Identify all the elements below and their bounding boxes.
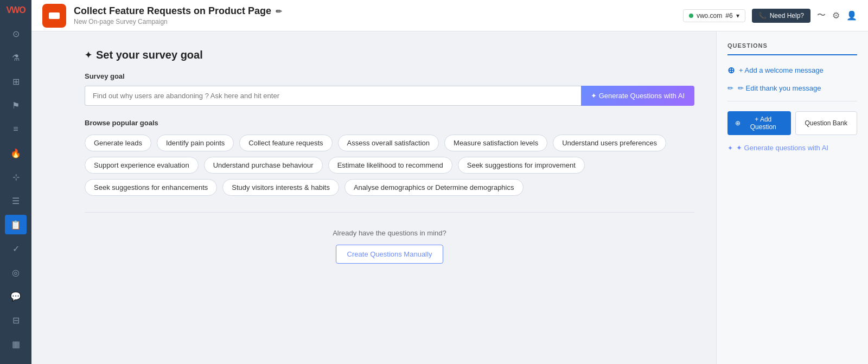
panel-divider: [727, 101, 857, 101]
goal-tag[interactable]: Understand users preferences: [553, 135, 666, 151]
page-title: ✦ Set your survey goal: [85, 49, 694, 61]
topbar-right: vwo.com #6 ▾ 📞 Need Help? 〜 ⚙ 👤: [683, 9, 857, 23]
sidebar-item-database[interactable]: ⊟: [5, 310, 27, 330]
sparkles-icon: ✦: [85, 50, 92, 60]
goal-tag[interactable]: Study visitors interests & habits: [222, 179, 339, 196]
edit-title-icon[interactable]: ✏: [276, 7, 282, 16]
sidebar: VWO ⊙ ⚗ ⊞ ⚑ ≡ 🔥 ⊹ ☰ 📋 ✓ ◎ 💬 ⊟ ▦: [0, 0, 31, 364]
questions-section-header: QUESTIONS: [727, 42, 857, 55]
sidebar-item-flag[interactable]: ⚑: [5, 95, 27, 115]
vwo-logo: VWO: [6, 5, 25, 15]
main-content: ✦ Set your survey goal Survey goal ✦ Gen…: [63, 31, 868, 364]
right-panel: QUESTIONS ⊕ + Add a welcome message ✏ ✏ …: [716, 31, 868, 364]
workspace-number: #6: [725, 12, 732, 20]
workspace-name: vwo.com: [697, 12, 722, 20]
add-welcome-message-action[interactable]: ⊕ + Add a welcome message: [727, 65, 857, 75]
goal-tag[interactable]: Assess overall satisfaction: [338, 135, 439, 151]
sidebar-item-cursor[interactable]: ⊹: [5, 167, 27, 187]
sidebar-item-target[interactable]: ◎: [5, 263, 27, 282]
pencil-icon: ✏: [727, 84, 733, 92]
sidebar-item-fire[interactable]: 🔥: [5, 143, 27, 163]
already-have-questions-text: Already have the questions in mind?: [85, 229, 694, 237]
campaign-subtitle: New On-page Survey Campaign: [74, 18, 282, 25]
goal-tag[interactable]: Seek suggestions for improvement: [458, 157, 585, 174]
sidebar-item-feedback[interactable]: 💬: [5, 286, 27, 306]
need-help-button[interactable]: 📞 Need Help?: [752, 9, 810, 23]
workspace-badge[interactable]: vwo.com #6 ▾: [683, 9, 745, 22]
create-questions-manually-button[interactable]: Create Questions Manually: [336, 245, 444, 264]
sparkles-small-icon: ✦: [727, 144, 733, 152]
survey-goal-label: Survey goal: [85, 72, 694, 80]
center-panel: ✦ Set your survey goal Survey goal ✦ Gen…: [63, 31, 716, 364]
phone-icon: 📞: [758, 12, 767, 20]
divider-section: Already have the questions in mind? Crea…: [85, 212, 694, 264]
goal-tag[interactable]: Seek suggestions for enhancements: [85, 179, 217, 196]
goal-tag[interactable]: Measure satisfaction levels: [444, 135, 547, 151]
campaign-icon: [42, 4, 66, 28]
campaign-title: Collect Feature Requests on Product Page…: [74, 5, 282, 17]
add-question-plus-icon: ⊕: [735, 119, 741, 127]
browse-popular-label: Browse popular goals: [85, 119, 694, 127]
sidebar-item-list[interactable]: ☰: [5, 191, 27, 210]
campaign-info: Collect Feature Requests on Product Page…: [74, 5, 282, 25]
sidebar-item-survey[interactable]: 📋: [5, 215, 27, 234]
sidebar-item-chart[interactable]: ▦: [5, 334, 27, 354]
goal-tag[interactable]: Analyse demographics or Determine demogr…: [344, 179, 524, 196]
add-question-button[interactable]: ⊕ + Add Question: [727, 111, 791, 135]
generate-questions-button[interactable]: ✦ Generate Questions with AI: [581, 86, 694, 106]
sidebar-item-tasks[interactable]: ✓: [5, 239, 27, 258]
vwo-logo-text: VWO: [6, 5, 25, 15]
account-icon[interactable]: 👤: [846, 10, 857, 21]
goal-tag[interactable]: Generate leads: [85, 135, 151, 151]
workspace-dot: [689, 14, 693, 18]
goal-tag[interactable]: Understand purchase behaviour: [204, 157, 323, 174]
goal-tag[interactable]: Identify pain points: [157, 135, 234, 151]
topbar: Collect Feature Requests on Product Page…: [31, 0, 868, 31]
workspace-chevron-icon: ▾: [736, 12, 739, 20]
goal-input-row: ✦ Generate Questions with AI: [85, 86, 694, 106]
plus-icon: ⊕: [727, 65, 735, 75]
goal-tag[interactable]: Collect feature requests: [239, 135, 332, 151]
edit-thank-you-message-action[interactable]: ✏ ✏ Edit thank you message: [727, 84, 857, 92]
pulse-icon[interactable]: 〜: [817, 10, 826, 21]
question-bank-button[interactable]: Question Bank: [795, 111, 858, 135]
goals-grid: Generate leadsIdentify pain pointsCollec…: [85, 135, 694, 196]
sidebar-item-dashboard[interactable]: ⊙: [5, 24, 27, 43]
sidebar-item-flask[interactable]: ⚗: [5, 48, 27, 67]
settings-icon[interactable]: ⚙: [832, 10, 840, 21]
generate-questions-ai-link[interactable]: ✦ ✦ Generate questions with AI: [727, 144, 857, 152]
campaign-icon-svg: [48, 9, 61, 22]
sidebar-item-puzzle[interactable]: ⊞: [5, 72, 27, 91]
goal-tag[interactable]: Estimate likelihood to recommend: [328, 157, 452, 174]
action-buttons: ⊕ + Add Question Question Bank: [727, 111, 857, 135]
goal-tag[interactable]: Support experience evaluation: [85, 157, 199, 174]
sidebar-item-layers[interactable]: ≡: [5, 119, 27, 139]
survey-goal-input[interactable]: [85, 86, 581, 106]
svg-rect-0: [49, 12, 60, 19]
